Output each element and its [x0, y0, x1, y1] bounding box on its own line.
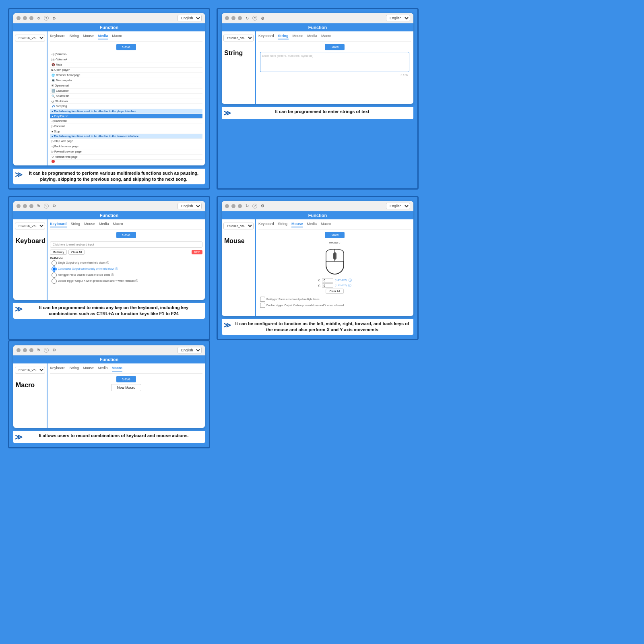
lang-select-media[interactable]: English [178, 15, 202, 21]
media-item-play-pause[interactable]: ● Play/Pause [50, 114, 202, 119]
media-item-stop-web[interactable]: ▷ Stop web page [50, 139, 202, 144]
outmode-single[interactable]: Single Output only once when held down ⓘ [50, 260, 202, 266]
media-item-volume-up[interactable]: ▷▷ Volume+ [50, 57, 202, 62]
tab-media-macro[interactable]: Media [98, 366, 108, 372]
device-select-keyboard[interactable]: FS2016_V5.3 [15, 223, 45, 229]
minimize-btn-string[interactable] [225, 16, 229, 20]
tab-mouse-media[interactable]: Mouse [83, 34, 94, 39]
multi-key-btn[interactable]: Multi-key [50, 250, 67, 255]
tab-keyboard-mouse[interactable]: Keyboard [258, 222, 274, 227]
new-macro-btn[interactable]: New Macro [111, 384, 142, 391]
outmode-double-radio[interactable] [52, 279, 57, 284]
lang-select-mouse[interactable]: English [386, 203, 410, 209]
refresh-icon-mouse[interactable]: ↻ [244, 203, 250, 209]
help-icon-macro[interactable]: ? [44, 348, 49, 353]
save-btn-string[interactable]: Save [325, 44, 345, 50]
refresh-icon-keyboard[interactable]: ↻ [36, 203, 41, 209]
tab-keyboard-string[interactable]: Keyboard [258, 34, 274, 39]
outmode-continuous-radio[interactable] [52, 266, 57, 272]
media-item-mute[interactable]: 🔇 Mute [50, 62, 202, 68]
double-trigger-option[interactable]: Double trigger: Output X when pressed do… [258, 302, 411, 308]
tab-string-string[interactable]: String [278, 34, 289, 39]
outmode-continuous[interactable]: Continuous Output continuously while hel… [50, 266, 202, 272]
tab-macro-media[interactable]: Macro [112, 34, 122, 39]
string-input-area[interactable]: Enter here (letters, numbers, symbols) [260, 52, 409, 72]
tab-mouse-mouse[interactable]: Mouse [291, 222, 303, 227]
close-btn-string[interactable] [238, 16, 242, 20]
save-btn-media[interactable]: Save [116, 44, 136, 50]
tab-keyboard-macro[interactable]: Keyboard [50, 366, 66, 372]
help-icon[interactable]: ? [44, 16, 49, 21]
tab-string-kb[interactable]: String [71, 222, 80, 227]
device-select-string[interactable]: FS2016_V5.3 [223, 35, 254, 41]
maximize-btn-macro[interactable] [23, 348, 27, 352]
close-btn-macro[interactable] [29, 348, 33, 352]
tab-media-kb[interactable]: Media [99, 222, 109, 227]
settings-icon-mouse[interactable]: ⚙ [260, 203, 265, 209]
outmode-retrigger[interactable]: Retrigger Press once to output multiple … [50, 272, 202, 278]
double-trigger-checkbox[interactable] [260, 303, 265, 308]
maximize-btn-string[interactable] [231, 16, 235, 20]
close-btn[interactable] [29, 16, 33, 20]
save-btn-keyboard[interactable]: Save [116, 232, 136, 238]
tab-macro-mouse[interactable]: Macro [321, 222, 331, 227]
tab-string-mouse[interactable]: String [278, 222, 288, 227]
lang-select-macro[interactable]: English [178, 347, 202, 353]
device-select-macro[interactable]: FS2016_V5.3 [15, 367, 45, 374]
tab-media-media[interactable]: Media [98, 34, 108, 39]
tab-media-string[interactable]: Media [308, 34, 318, 39]
tab-keyboard-media[interactable]: Keyboard [50, 34, 66, 39]
minimize-btn-macro[interactable] [17, 348, 21, 352]
media-item-forward[interactable]: ▷ Forward [50, 124, 202, 129]
outmode-retrigger-radio[interactable] [52, 272, 57, 278]
media-item-back-browser[interactable]: ◁ Back browser page [50, 144, 202, 149]
settings-icon-string[interactable]: ⚙ [260, 15, 265, 21]
media-item-search-file[interactable]: 🔍 Search file [50, 94, 202, 99]
clear-all-mouse-btn[interactable]: Clear All [326, 289, 343, 294]
device-select-mouse[interactable]: FS2016_V5.3 [223, 223, 254, 229]
help-icon-keyboard[interactable]: ? [44, 204, 49, 208]
keyboard-input[interactable] [50, 242, 202, 248]
media-item-shutdown[interactable]: ⏻ Shutdown [50, 99, 202, 104]
outmode-single-radio[interactable] [52, 260, 57, 266]
tab-macro-kb[interactable]: Macro [113, 222, 123, 227]
tab-keyboard-kb[interactable]: Keyboard [50, 222, 67, 227]
settings-icon-keyboard[interactable]: ⚙ [51, 203, 57, 209]
media-item-sleeping[interactable]: 💤 Sleeping [50, 104, 202, 109]
maximize-btn-keyboard[interactable] [23, 204, 27, 208]
minimize-btn-keyboard[interactable] [17, 204, 21, 208]
maximize-btn-mouse[interactable] [231, 204, 235, 208]
outmode-double[interactable]: Double trigger Output X when pressed dow… [50, 278, 202, 284]
tab-string-media[interactable]: String [70, 34, 79, 39]
media-item-my-computer[interactable]: 💻 My computer [50, 78, 202, 83]
tab-mouse-macro[interactable]: Mouse [83, 366, 94, 372]
tab-string-macro[interactable]: String [70, 366, 79, 372]
clear-all-kb-btn[interactable]: Clear All [68, 250, 85, 255]
help-icon-mouse[interactable]: ? [252, 204, 257, 208]
device-select-media[interactable]: FS2016_V5.3 [15, 35, 45, 41]
media-item-browser-homepage[interactable]: 🌐 Browser homepage [50, 73, 202, 78]
save-btn-mouse[interactable]: Save [325, 232, 345, 238]
close-btn-keyboard[interactable] [29, 204, 33, 208]
tab-macro-macro[interactable]: Macro [112, 366, 123, 372]
settings-icon-macro[interactable]: ⚙ [51, 347, 57, 353]
retrigger-checkbox[interactable] [260, 297, 265, 302]
retrigger-option[interactable]: Retrigger: Press once to output multiple… [258, 296, 411, 302]
y-input[interactable] [322, 283, 333, 288]
media-item-stop[interactable]: ■ Stop [50, 129, 202, 134]
x-input[interactable] [322, 278, 333, 283]
settings-icon[interactable]: ⚙ [51, 15, 57, 21]
refresh-icon[interactable]: ↻ [36, 15, 41, 21]
save-btn-macro[interactable]: Save [116, 376, 136, 382]
close-btn-mouse[interactable] [238, 204, 242, 208]
lang-select-string[interactable]: English [386, 15, 410, 21]
media-item-backward[interactable]: ◁ Backward [50, 119, 202, 124]
tab-mouse-kb[interactable]: Mouse [84, 222, 95, 227]
tab-media-mouse[interactable]: Media [307, 222, 317, 227]
tab-macro-string[interactable]: Macro [321, 34, 331, 39]
media-item-volume-down[interactable]: ◁◁ Volume- [50, 52, 202, 57]
media-item-open-player[interactable]: ▶ Open player [50, 68, 202, 73]
help-icon-string[interactable]: ? [252, 16, 257, 21]
refresh-icon-macro[interactable]: ↻ [36, 347, 41, 353]
media-item-open-email[interactable]: ✉ Open email [50, 83, 202, 89]
